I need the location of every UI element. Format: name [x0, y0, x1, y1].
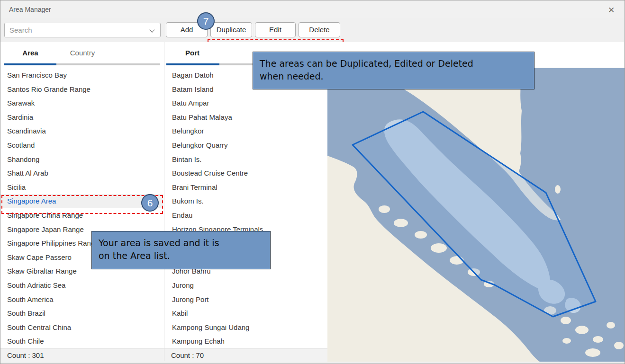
list-item[interactable]: San Francisco Bay	[0, 68, 163, 82]
callout-line: when needed.	[260, 70, 527, 83]
callout-duplicate-note: The areas can be Duplicated, Edited or D…	[253, 52, 534, 89]
tab-active-indicator	[4, 63, 56, 65]
list-item[interactable]: Scotland	[0, 138, 163, 152]
toolbar: Add Duplicate Edit Delete	[0, 18, 625, 42]
list-item[interactable]: Sicilia	[0, 180, 163, 195]
port-list: Bagan DatohBatam IslandBatu AmparBatu Pa…	[164, 68, 327, 348]
delete-button[interactable]: Delete	[299, 22, 340, 37]
list-item[interactable]: Kampung Echah	[164, 334, 327, 348]
list-item[interactable]: Sarawak	[0, 96, 163, 110]
list-item[interactable]: Shandong	[0, 152, 163, 167]
tab-area[interactable]: Area	[4, 49, 56, 57]
list-item[interactable]: Belungkor Quarry	[164, 138, 327, 152]
search-combobox[interactable]	[4, 23, 161, 37]
port-count-status: Count : 70	[164, 348, 327, 362]
list-item[interactable]: Kabil	[164, 306, 327, 320]
area-count-status: Count : 301	[0, 348, 164, 362]
list-item[interactable]: South Central China	[0, 320, 163, 335]
step-badge-7: 7	[197, 12, 215, 30]
list-item[interactable]: South Chile	[0, 334, 163, 348]
search-input[interactable]	[5, 23, 160, 37]
window-title: Area Manager	[9, 6, 51, 13]
list-item[interactable]: Jurong	[164, 278, 327, 293]
map-canvas	[327, 68, 625, 362]
duplicate-button[interactable]: Duplicate	[210, 22, 252, 37]
callout-line: The areas can be Duplicated, Edited or D…	[260, 57, 527, 70]
callout-line: on the Area list.	[99, 249, 263, 262]
list-item[interactable]: Boustead Cruise Centre	[164, 166, 327, 180]
list-item[interactable]: Kampong Sungai Udang	[164, 320, 327, 335]
callout-saved-note: Your area is saved and it is on the Area…	[91, 231, 271, 269]
close-icon[interactable]: ✕	[605, 4, 618, 16]
callout-line: Your area is saved and it is	[99, 237, 263, 249]
tab-active-indicator	[166, 63, 219, 65]
list-item[interactable]: Sardinia	[0, 110, 163, 124]
list-item[interactable]: Singapore China Range	[0, 208, 163, 222]
tab-country[interactable]: Country	[56, 49, 109, 57]
list-item[interactable]: Santos Rio Grande Range	[0, 82, 163, 97]
list-item[interactable]: South Adriatic Sea	[0, 278, 163, 293]
step-badge-6: 6	[141, 194, 159, 212]
area-tabbar: Area Country	[0, 42, 163, 68]
title-bar: Area Manager ✕	[0, 0, 625, 18]
list-item[interactable]: South Brazil	[0, 306, 163, 320]
list-item[interactable]: Shatt Al Arab	[0, 166, 163, 180]
list-item[interactable]: Singapore Area	[0, 194, 163, 208]
list-item[interactable]: Batu Ampar	[164, 96, 327, 110]
area-manager-window: Area Manager ✕ Add Duplicate Edit Delete…	[0, 0, 625, 364]
list-item[interactable]: Scandinavia	[0, 124, 163, 138]
area-list: San Francisco BaySantos Rio Grande Range…	[0, 68, 163, 348]
list-item[interactable]: Belungkor	[164, 124, 327, 138]
list-item[interactable]: Endau	[164, 208, 327, 222]
list-item[interactable]: Bukom Is.	[164, 194, 327, 208]
list-item[interactable]: Bintan Is.	[164, 152, 327, 167]
list-item[interactable]: Batu Pahat Malaya	[164, 110, 327, 124]
list-item[interactable]: South America	[0, 293, 163, 307]
list-item[interactable]: Brani Terminal	[164, 180, 327, 195]
edit-button[interactable]: Edit	[255, 22, 296, 37]
tab-port[interactable]: Port	[166, 49, 218, 57]
map[interactable]	[327, 68, 625, 362]
list-item[interactable]: Jurong Port	[164, 293, 327, 307]
